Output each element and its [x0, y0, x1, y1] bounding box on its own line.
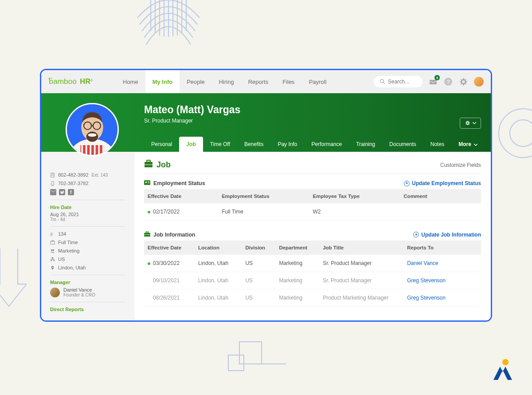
nav-my-info[interactable]: My Info	[145, 70, 180, 93]
inbox-icon[interactable]: 9	[429, 77, 438, 86]
cell-date: 08/26/2021	[153, 295, 180, 301]
nav-hiring[interactable]: Hiring	[212, 70, 241, 93]
manager-label: Manager	[50, 280, 125, 285]
emp-type: Full Time	[58, 240, 78, 245]
tab-notes[interactable]: Notes	[423, 137, 451, 152]
cell-division: US	[242, 289, 275, 307]
svg-rect-29	[86, 145, 87, 155]
nav-people[interactable]: People	[180, 70, 211, 93]
employee-name: Mateo (Matt) Vargas	[144, 104, 491, 116]
svg-point-23	[462, 80, 465, 83]
facebook-icon[interactable]: f	[68, 189, 74, 195]
col-department: Department	[275, 241, 319, 255]
manager-block[interactable]: Daniel Vance Founder & CRO	[50, 287, 125, 297]
cell-title: Sr. Product Manager	[319, 272, 403, 289]
svg-point-13	[510, 120, 532, 146]
tab-documents[interactable]: Documents	[382, 137, 423, 152]
manager-avatar	[50, 288, 60, 297]
email-icon[interactable]	[50, 189, 56, 195]
twitter-icon[interactable]	[59, 189, 65, 195]
country-row: US	[50, 257, 125, 262]
hash-icon: #	[50, 232, 55, 237]
tab-performance[interactable]: Performance	[304, 137, 349, 152]
employment-status-table: Effective Date Employment Status Employe…	[144, 189, 481, 221]
brand-logo[interactable]: bambooHR®	[48, 77, 116, 86]
update-job-info-link[interactable]: + Update Job Information	[413, 232, 481, 238]
help-icon[interactable]: ?	[444, 77, 453, 86]
tab-job[interactable]: Job	[179, 137, 203, 152]
gear-icon[interactable]	[459, 77, 468, 86]
cell-reports-to[interactable]: Greg Stevenson	[403, 289, 481, 307]
cell-department: Marketing	[275, 289, 319, 307]
id-card-icon	[144, 180, 150, 186]
svg-rect-27	[80, 145, 104, 155]
nav-home[interactable]: Home	[116, 70, 145, 93]
svg-rect-31	[94, 145, 96, 155]
org-icon	[50, 257, 55, 262]
cell-title: Sr. Product Manager	[319, 255, 403, 272]
cell-reports-to[interactable]: Greg Stevenson	[403, 272, 481, 289]
col-effective-date: Effective Date	[144, 241, 195, 255]
nav-payroll[interactable]: Payroll	[302, 70, 334, 93]
update-employment-status-link[interactable]: + Update Employment Status	[404, 180, 481, 186]
user-avatar[interactable]	[474, 77, 484, 87]
pin-icon	[50, 265, 55, 270]
cell-location: Lindon, Utah	[195, 289, 242, 307]
cell-division: US	[242, 255, 275, 272]
phone-ext: Ext. 143	[92, 173, 108, 178]
search-box[interactable]	[374, 76, 422, 87]
col-reports-to: Reports To	[403, 241, 481, 255]
search-input[interactable]	[388, 79, 419, 85]
svg-point-14	[502, 359, 509, 365]
tab-benefits[interactable]: Benefits	[237, 137, 270, 152]
social-icons: f	[50, 189, 125, 195]
decorative-circle	[497, 107, 532, 160]
nav-reports[interactable]: Reports	[241, 70, 276, 93]
department: Marketing	[58, 248, 79, 253]
cell-date: 09/10/2021	[153, 277, 180, 284]
tab-personal[interactable]: Personal	[144, 137, 179, 152]
svg-rect-48	[51, 241, 55, 244]
badge-icon	[50, 240, 55, 245]
tab-more[interactable]: More	[451, 137, 485, 152]
nav-files[interactable]: Files	[275, 70, 301, 93]
cell-comment	[400, 203, 481, 221]
table-row[interactable]: 02/17/2022 Full Time W2	[144, 203, 481, 221]
topbar: bambooHR® Home My Info People Hiring Rep…	[41, 70, 491, 93]
cell-tax-type: W2	[309, 203, 400, 221]
tab-training[interactable]: Training	[349, 137, 382, 152]
svg-rect-68	[146, 231, 148, 233]
employment-status-heading: Employment Status	[144, 180, 205, 186]
svg-rect-33	[102, 145, 104, 155]
svg-point-46	[52, 185, 53, 185]
svg-rect-43	[52, 175, 52, 175]
svg-rect-30	[90, 145, 91, 155]
chevron-down-icon	[473, 122, 476, 124]
mobile-number: 702-387-3782	[58, 181, 89, 186]
table-row[interactable]: 08/26/2021 Lindon, Utah US Marketing Pro…	[144, 289, 481, 307]
customize-fields-link[interactable]: Customize Fields	[440, 162, 481, 168]
employee-avatar[interactable]	[66, 103, 119, 156]
svg-point-50	[51, 249, 53, 251]
decorative-lines	[133, 0, 204, 62]
svg-rect-20	[430, 80, 437, 84]
plus-icon: +	[413, 232, 419, 237]
svg-rect-32	[98, 145, 100, 155]
svg-point-59	[52, 266, 53, 267]
building-icon	[50, 173, 55, 178]
svg-text:®: ®	[90, 79, 93, 83]
search-icon	[380, 79, 385, 84]
tab-pay-info[interactable]: Pay Info	[270, 137, 304, 152]
cell-reports-to[interactable]: Daniel Vance	[403, 255, 481, 272]
svg-point-64	[145, 182, 147, 183]
svg-rect-61	[147, 160, 150, 162]
employee-title: Sr. Product Manager	[144, 118, 491, 124]
svg-text:?: ?	[446, 79, 450, 85]
tab-time-off[interactable]: Time Off	[203, 137, 237, 152]
table-row[interactable]: 09/10/2021 Lindon, Utah US Marketing Sr.…	[144, 272, 481, 289]
cell-department: Marketing	[275, 272, 319, 289]
emp-number-row: #134	[50, 231, 125, 237]
svg-rect-49	[52, 240, 54, 241]
table-row[interactable]: 03/30/2022 Lindon, Utah US Marketing Sr.…	[144, 255, 481, 272]
profile-settings-button[interactable]	[460, 118, 481, 129]
